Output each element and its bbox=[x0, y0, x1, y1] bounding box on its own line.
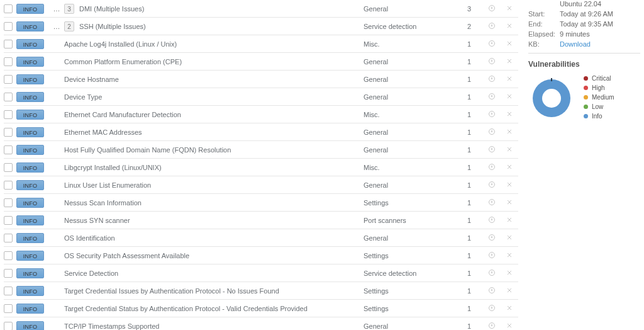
dismiss-icon[interactable] bbox=[501, 128, 518, 137]
vuln-name[interactable]: Host Fully Qualified Domain Name (FQDN) … bbox=[64, 146, 364, 154]
row-checkbox[interactable] bbox=[4, 287, 13, 295]
dismiss-icon[interactable] bbox=[501, 287, 518, 295]
table-row[interactable]: INFOLinux User List EnumerationGeneral1 bbox=[4, 176, 518, 194]
table-row[interactable]: INFOCommon Platform Enumeration (CPE)Gen… bbox=[4, 53, 518, 71]
vuln-name[interactable]: Nessus Scan Information bbox=[64, 199, 364, 207]
snooze-icon[interactable] bbox=[483, 22, 501, 31]
snooze-icon[interactable] bbox=[483, 93, 501, 101]
severity-badge[interactable]: INFO bbox=[16, 4, 44, 14]
row-checkbox[interactable] bbox=[4, 198, 13, 207]
row-checkbox[interactable] bbox=[4, 93, 13, 101]
snooze-icon[interactable] bbox=[483, 57, 501, 66]
row-checkbox[interactable] bbox=[4, 269, 13, 278]
snooze-icon[interactable] bbox=[483, 198, 501, 207]
row-checkbox[interactable] bbox=[4, 110, 13, 119]
vuln-name[interactable]: Target Credential Issues by Authenticati… bbox=[64, 287, 364, 295]
dismiss-icon[interactable] bbox=[501, 22, 518, 31]
snooze-icon[interactable] bbox=[483, 234, 501, 242]
row-checkbox[interactable] bbox=[4, 163, 13, 172]
table-row[interactable]: INFOService DetectionService detection1 bbox=[4, 265, 518, 282]
severity-badge[interactable]: INFO bbox=[16, 57, 44, 67]
row-checkbox[interactable] bbox=[4, 216, 13, 225]
snooze-icon[interactable] bbox=[483, 40, 501, 48]
vuln-name[interactable]: Target Credential Status by Authenticati… bbox=[64, 305, 364, 312]
vuln-name[interactable]: TCP/IP Timestamps Supported bbox=[64, 322, 364, 330]
table-row[interactable]: INFOApache Log4j Installed (Linux / Unix… bbox=[4, 35, 518, 53]
row-checkbox[interactable] bbox=[4, 40, 13, 48]
vuln-name[interactable]: OS Identification bbox=[64, 234, 364, 242]
dismiss-icon[interactable] bbox=[501, 322, 518, 331]
dismiss-icon[interactable] bbox=[501, 269, 518, 278]
table-row[interactable]: INFOTarget Credential Issues by Authenti… bbox=[4, 282, 518, 300]
severity-badge[interactable]: INFO bbox=[16, 304, 44, 314]
vuln-name[interactable]: Service Detection bbox=[64, 270, 364, 277]
vuln-name[interactable]: OS Security Patch Assessment Available bbox=[64, 252, 364, 259]
dismiss-icon[interactable] bbox=[501, 145, 518, 154]
dismiss-icon[interactable] bbox=[501, 93, 518, 101]
row-checkbox[interactable] bbox=[4, 4, 13, 13]
snooze-icon[interactable] bbox=[483, 110, 501, 119]
table-row[interactable]: INFOOS IdentificationGeneral1 bbox=[4, 229, 518, 247]
table-row[interactable]: INFO…3DMI (Multiple Issues)General3 bbox=[4, 0, 518, 18]
row-checkbox[interactable] bbox=[4, 145, 13, 154]
table-row[interactable]: INFONessus SYN scannerPort scanners1 bbox=[4, 212, 518, 229]
vuln-name[interactable]: SSH (Multiple Issues) bbox=[79, 23, 364, 30]
snooze-icon[interactable] bbox=[483, 145, 501, 154]
dismiss-icon[interactable] bbox=[501, 181, 518, 190]
vuln-name[interactable]: DMI (Multiple Issues) bbox=[79, 5, 364, 13]
dismiss-icon[interactable] bbox=[501, 304, 518, 313]
vuln-name[interactable]: Linux User List Enumeration bbox=[64, 181, 364, 189]
snooze-icon[interactable] bbox=[483, 322, 501, 331]
dismiss-icon[interactable] bbox=[501, 163, 518, 172]
severity-badge[interactable]: INFO bbox=[16, 39, 44, 49]
dismiss-icon[interactable] bbox=[501, 110, 518, 119]
table-row[interactable]: INFODevice TypeGeneral1 bbox=[4, 88, 518, 106]
severity-badge[interactable]: INFO bbox=[16, 286, 44, 296]
table-row[interactable]: INFOEthernet Card Manufacturer Detection… bbox=[4, 106, 518, 123]
severity-badge[interactable]: INFO bbox=[16, 251, 44, 261]
dismiss-icon[interactable] bbox=[501, 198, 518, 207]
row-checkbox[interactable] bbox=[4, 304, 13, 313]
severity-badge[interactable]: INFO bbox=[16, 198, 44, 208]
snooze-icon[interactable] bbox=[483, 75, 501, 84]
expand-icon[interactable]: … bbox=[49, 23, 64, 30]
snooze-icon[interactable] bbox=[483, 4, 501, 13]
row-checkbox[interactable] bbox=[4, 75, 13, 84]
dismiss-icon[interactable] bbox=[501, 57, 518, 66]
table-row[interactable]: INFOOS Security Patch Assessment Availab… bbox=[4, 247, 518, 265]
snooze-icon[interactable] bbox=[483, 251, 501, 260]
severity-badge[interactable]: INFO bbox=[16, 215, 44, 225]
table-row[interactable]: INFOTCP/IP Timestamps SupportedGeneral1 bbox=[4, 317, 518, 330]
severity-badge[interactable]: INFO bbox=[16, 268, 44, 278]
snooze-icon[interactable] bbox=[483, 216, 501, 225]
table-row[interactable]: INFOTarget Credential Status by Authenti… bbox=[4, 300, 518, 317]
severity-badge[interactable]: INFO bbox=[16, 92, 44, 102]
row-checkbox[interactable] bbox=[4, 251, 13, 260]
dismiss-icon[interactable] bbox=[501, 216, 518, 225]
row-checkbox[interactable] bbox=[4, 57, 13, 66]
severity-badge[interactable]: INFO bbox=[16, 321, 44, 331]
snooze-icon[interactable] bbox=[483, 181, 501, 190]
dismiss-icon[interactable] bbox=[501, 40, 518, 48]
snooze-icon[interactable] bbox=[483, 269, 501, 278]
row-checkbox[interactable] bbox=[4, 322, 13, 331]
dismiss-icon[interactable] bbox=[501, 4, 518, 13]
snooze-icon[interactable] bbox=[483, 128, 501, 137]
vuln-name[interactable]: Device Type bbox=[64, 93, 364, 101]
dismiss-icon[interactable] bbox=[501, 75, 518, 84]
severity-badge[interactable]: INFO bbox=[16, 233, 44, 243]
row-checkbox[interactable] bbox=[4, 128, 13, 137]
severity-badge[interactable]: INFO bbox=[16, 21, 44, 31]
dismiss-icon[interactable] bbox=[501, 251, 518, 260]
kb-download-link[interactable]: Download bbox=[560, 40, 591, 48]
dismiss-icon[interactable] bbox=[501, 234, 518, 242]
severity-badge[interactable]: INFO bbox=[16, 162, 44, 173]
vuln-name[interactable]: Ethernet Card Manufacturer Detection bbox=[64, 111, 364, 118]
table-row[interactable]: INFO…2SSH (Multiple Issues)Service detec… bbox=[4, 18, 518, 35]
row-checkbox[interactable] bbox=[4, 22, 13, 31]
vuln-name[interactable]: Device Hostname bbox=[64, 76, 364, 83]
snooze-icon[interactable] bbox=[483, 287, 501, 295]
vuln-name[interactable]: Nessus SYN scanner bbox=[64, 217, 364, 224]
table-row[interactable]: INFONessus Scan InformationSettings1 bbox=[4, 194, 518, 212]
vuln-name[interactable]: Common Platform Enumeration (CPE) bbox=[64, 58, 364, 65]
